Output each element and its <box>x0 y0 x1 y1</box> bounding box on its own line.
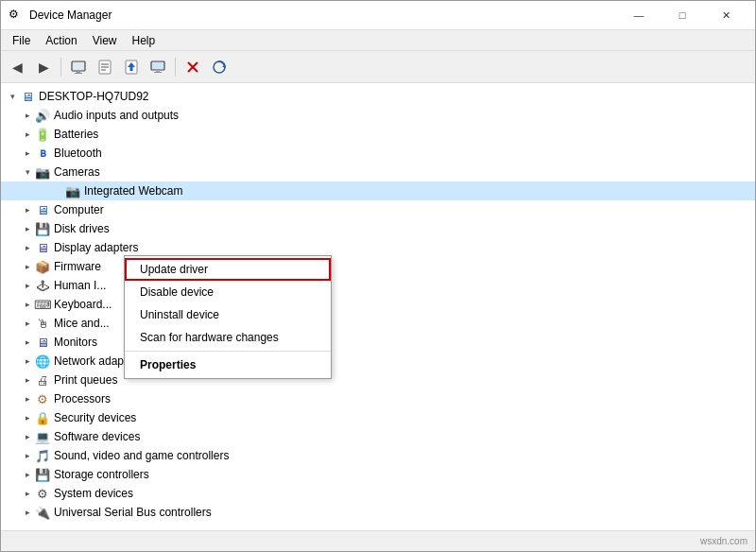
expand-computer[interactable]: ▸ <box>20 202 35 217</box>
maximize-button[interactable]: □ <box>661 1 704 30</box>
icon-bluetooth: ʙ <box>35 146 50 161</box>
ctx-update-driver[interactable]: Update driver <box>125 258 331 281</box>
tree-item-keyboard[interactable]: ▸ ⌨ Keyboard... <box>1 295 755 314</box>
tree-item-audio[interactable]: ▸ 🔊 Audio inputs and outputs <box>1 106 755 125</box>
svg-rect-1 <box>77 71 80 73</box>
expand-security[interactable]: ▸ <box>20 410 35 425</box>
expand-network[interactable]: ▸ <box>20 354 35 369</box>
tree-item-processors[interactable]: ▸ ⚙ Processors <box>1 389 755 408</box>
toolbar-device-manager[interactable] <box>66 55 91 79</box>
tree-item-print[interactable]: ▸ 🖨 Print queues <box>1 371 755 389</box>
icon-display: 🖥 <box>35 240 50 255</box>
expand-display[interactable]: ▸ <box>20 240 35 255</box>
expand-software[interactable]: ▸ <box>20 429 35 444</box>
ctx-properties[interactable]: Properties <box>125 354 331 376</box>
toolbar-remove[interactable] <box>180 55 205 79</box>
device-tree[interactable]: ▾ 🖥 DESKTOP-HQ7UD92 ▸ 🔊 Audio inputs and… <box>1 83 755 530</box>
tree-item-monitors[interactable]: ▸ 🖥 Monitors <box>1 333 755 352</box>
expand-cameras[interactable]: ▾ <box>20 164 35 180</box>
device-manager-window: ⚙ Device Manager — □ ✕ File Action View … <box>0 0 756 552</box>
expand-root[interactable]: ▾ <box>5 89 20 104</box>
tree-item-sound[interactable]: ▸ 🎵 Sound, video and game controllers <box>1 446 755 465</box>
tree-item-bluetooth[interactable]: ▸ ʙ Bluetooth <box>1 144 755 163</box>
ctx-disable-device[interactable]: Disable device <box>125 281 331 303</box>
toolbar: ◀ ▶ <box>1 51 755 83</box>
tree-item-display[interactable]: ▸ 🖥 Display adapters <box>1 238 755 257</box>
label-mice: Mice and... <box>54 317 110 330</box>
tree-item-root[interactable]: ▾ 🖥 DESKTOP-HQ7UD92 <box>1 87 755 106</box>
expand-print[interactable]: ▸ <box>20 372 35 388</box>
label-webcam: Integrated Webcam <box>84 184 183 198</box>
label-computer: Computer <box>54 203 104 216</box>
ctx-uninstall-device[interactable]: Uninstall device <box>125 303 331 326</box>
expand-storage[interactable]: ▸ <box>20 467 35 482</box>
window-icon: ⚙ <box>9 8 24 23</box>
tree-item-network[interactable]: ▸ 🌐 Network adapters <box>1 352 755 371</box>
tree-item-system[interactable]: ▸ ⚙ System devices <box>1 484 755 503</box>
window-title: Device Manager <box>29 9 112 22</box>
expand-disk[interactable]: ▸ <box>20 221 35 236</box>
label-display: Display adapters <box>54 241 138 254</box>
toolbar-update-driver[interactable] <box>119 55 144 79</box>
tree-item-firmware[interactable]: ▸ 📦 Firmware <box>1 257 755 276</box>
tree-item-webcam[interactable]: ▸ 📷 Integrated Webcam <box>1 181 755 200</box>
label-sound: Sound, video and game controllers <box>54 449 229 462</box>
expand-system[interactable]: ▸ <box>20 486 35 501</box>
toolbar-scan[interactable] <box>207 55 232 79</box>
tree-item-security[interactable]: ▸ 🔒 Security devices <box>1 408 755 427</box>
expand-monitors[interactable]: ▸ <box>20 335 35 350</box>
expand-processors[interactable]: ▸ <box>20 391 35 406</box>
toolbar-forward[interactable]: ▶ <box>31 55 56 79</box>
content-area: ▾ 🖥 DESKTOP-HQ7UD92 ▸ 🔊 Audio inputs and… <box>1 83 755 530</box>
close-button[interactable]: ✕ <box>704 1 747 30</box>
label-keyboard: Keyboard... <box>54 298 112 311</box>
icon-cameras: 📷 <box>35 164 50 180</box>
menu-file[interactable]: File <box>5 32 38 49</box>
icon-processor: ⚙ <box>35 391 50 406</box>
menu-bar: File Action View Help <box>1 30 755 51</box>
expand-mice[interactable]: ▸ <box>20 316 35 331</box>
icon-mice: 🖱 <box>35 316 50 331</box>
expand-firmware[interactable]: ▸ <box>20 259 35 274</box>
toolbar-computer[interactable] <box>146 55 170 79</box>
expand-batteries[interactable]: ▸ <box>20 127 35 142</box>
menu-view[interactable]: View <box>85 32 125 49</box>
tree-item-cameras[interactable]: ▾ 📷 Cameras <box>1 163 755 181</box>
title-bar-left: ⚙ Device Manager <box>9 8 112 23</box>
minimize-button[interactable]: — <box>617 1 661 30</box>
label-disk: Disk drives <box>54 222 110 235</box>
icon-computer: 🖥 <box>20 89 35 104</box>
menu-help[interactable]: Help <box>125 32 163 49</box>
tree-item-usb[interactable]: ▸ 🔌 Universal Serial Bus controllers <box>1 503 755 522</box>
toolbar-properties[interactable] <box>93 55 117 79</box>
label-human: Human I... <box>54 279 106 292</box>
tree-item-storage[interactable]: ▸ 💾 Storage controllers <box>1 465 755 484</box>
expand-usb[interactable]: ▸ <box>20 505 35 520</box>
toolbar-back[interactable]: ◀ <box>5 55 29 79</box>
menu-action[interactable]: Action <box>38 32 84 49</box>
label-security: Security devices <box>54 411 136 424</box>
label-usb: Universal Serial Bus controllers <box>54 506 212 519</box>
status-bar: wsxdn.com <box>1 530 755 551</box>
watermark: wsxdn.com <box>700 536 747 546</box>
toolbar-sep2 <box>175 58 176 77</box>
tree-item-mice[interactable]: ▸ 🖱 Mice and... <box>1 314 755 333</box>
ctx-scan-hardware[interactable]: Scan for hardware changes <box>125 326 331 349</box>
label-firmware: Firmware <box>54 260 101 273</box>
tree-item-human[interactable]: ▸ 🕹 Human I... <box>1 276 755 295</box>
expand-bluetooth[interactable]: ▸ <box>20 146 35 161</box>
icon-keyboard: ⌨ <box>35 297 50 312</box>
icon-usb: 🔌 <box>35 505 50 520</box>
tree-item-disk[interactable]: ▸ 💾 Disk drives <box>1 219 755 238</box>
svg-rect-9 <box>151 61 164 70</box>
icon-storage: 💾 <box>35 467 50 482</box>
tree-item-software[interactable]: ▸ 💻 Software devices <box>1 427 755 446</box>
expand-human[interactable]: ▸ <box>20 278 35 293</box>
icon-firmware: 📦 <box>35 259 50 274</box>
icon-batteries: 🔋 <box>35 127 50 142</box>
expand-sound[interactable]: ▸ <box>20 448 35 463</box>
expand-audio[interactable]: ▸ <box>20 108 35 123</box>
label-audio: Audio inputs and outputs <box>54 109 179 122</box>
tree-item-computer[interactable]: ▸ 🖥 Computer <box>1 200 755 219</box>
tree-item-batteries[interactable]: ▸ 🔋 Batteries <box>1 125 755 144</box>
